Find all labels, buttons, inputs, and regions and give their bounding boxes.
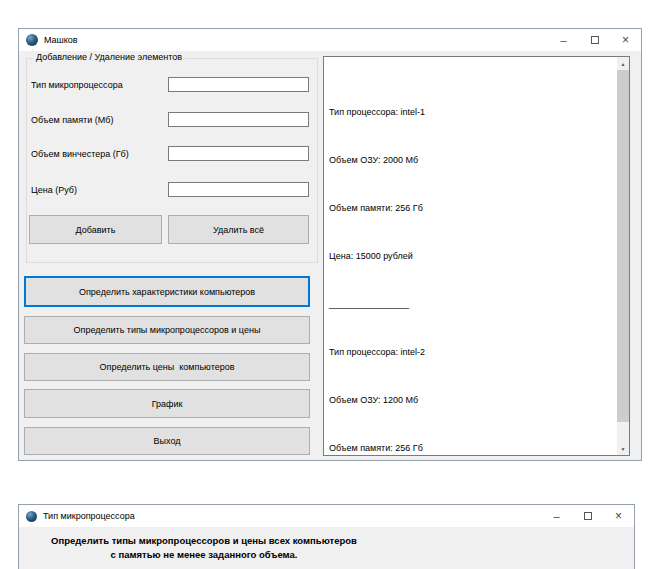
app-icon (26, 511, 37, 522)
listbox-row[interactable]: Тип процессора: intel-2 (329, 346, 617, 358)
dialog-window-body: Определить типы микропроцессоров и цены … (19, 527, 634, 569)
price-label: Цена (Руб) (31, 185, 77, 195)
memory-size-label: Объем памяти (Мб) (31, 115, 113, 125)
minimize-button[interactable]: – (548, 29, 579, 51)
processor-type-input[interactable] (168, 77, 309, 92)
processor-type-label: Тип микропроцессора (31, 80, 123, 90)
clear-all-button[interactable]: Удалить всё (168, 215, 309, 244)
scroll-up-icon[interactable]: ▲ (617, 57, 629, 70)
main-window-body: Добавление / Удаление элементов Тип микр… (19, 51, 641, 460)
app-icon (26, 34, 38, 46)
hdd-size-label: Объем винчестера (Гб) (31, 149, 129, 159)
dialog-close-button[interactable]: × (603, 505, 634, 527)
maximize-button[interactable] (579, 29, 610, 51)
listbox-rows: Тип процессора: intel-1 Объем ОЗУ: 2000 … (324, 58, 617, 456)
dialog-minimize-button[interactable]: – (541, 505, 572, 527)
define-prices-button[interactable]: Определить цены компьютеров (24, 353, 310, 381)
memory-size-input[interactable] (168, 112, 309, 127)
dialog-window: Тип микропроцессора – × Определить типы … (18, 504, 635, 569)
listbox-row[interactable]: Объем памяти: 256 Гб (329, 442, 617, 454)
listbox-row[interactable]: Тип процессора: intel-1 (329, 106, 617, 118)
dialog-message: Определить типы микропроцессоров и цены … (49, 534, 359, 562)
exit-button[interactable]: Выход (24, 427, 310, 455)
main-titlebar[interactable]: Машков – × (19, 29, 641, 51)
define-characteristics-button[interactable]: Определить характеристики компьютеров (24, 276, 310, 307)
computers-listbox[interactable]: Тип процессора: intel-1 Объем ОЗУ: 2000 … (323, 56, 630, 456)
maximize-icon (591, 36, 599, 44)
listbox-row[interactable]: Цена: 15000 рублей (329, 250, 617, 262)
dialog-titlebar[interactable]: Тип микропроцессора – × (19, 505, 634, 527)
scrollbar-thumb[interactable] (617, 70, 629, 422)
desktop-canvas: Машков – × Добавление / Удаление элемент… (0, 0, 666, 569)
maximize-icon (584, 512, 592, 520)
listbox-scrollbar[interactable]: ▲ ▼ (617, 57, 629, 455)
listbox-row[interactable]: Объем памяти: 256 Гб (329, 202, 617, 214)
add-button[interactable]: Добавить (29, 215, 162, 244)
dialog-message-line2: с памятью не менее заданного объема. (49, 548, 359, 562)
dialog-maximize-button[interactable] (572, 505, 603, 527)
groupbox-title: Добавление / Удаление элементов (33, 52, 185, 62)
scroll-down-icon[interactable]: ▼ (617, 442, 629, 455)
main-window-controls: – × (548, 29, 641, 51)
hdd-size-input[interactable] (168, 146, 309, 161)
dialog-message-line1: Определить типы микропроцессоров и цены … (49, 534, 359, 548)
listbox-row[interactable]: ________________ (329, 298, 617, 310)
main-window-title: Машков (44, 35, 78, 45)
listbox-row[interactable]: Объем ОЗУ: 2000 Мб (329, 154, 617, 166)
close-button[interactable]: × (610, 29, 641, 51)
price-input[interactable] (168, 182, 309, 197)
listbox-row[interactable]: Объем ОЗУ: 1200 Мб (329, 394, 617, 406)
dialog-window-controls: – × (541, 505, 634, 527)
graph-button[interactable]: График (24, 389, 310, 418)
define-types-prices-button[interactable]: Определить типы микропроцессоров и цены (24, 316, 310, 344)
add-remove-groupbox: Добавление / Удаление элементов Тип микр… (26, 58, 318, 263)
dialog-window-title: Тип микропроцессора (43, 511, 135, 521)
main-window: Машков – × Добавление / Удаление элемент… (18, 28, 642, 461)
